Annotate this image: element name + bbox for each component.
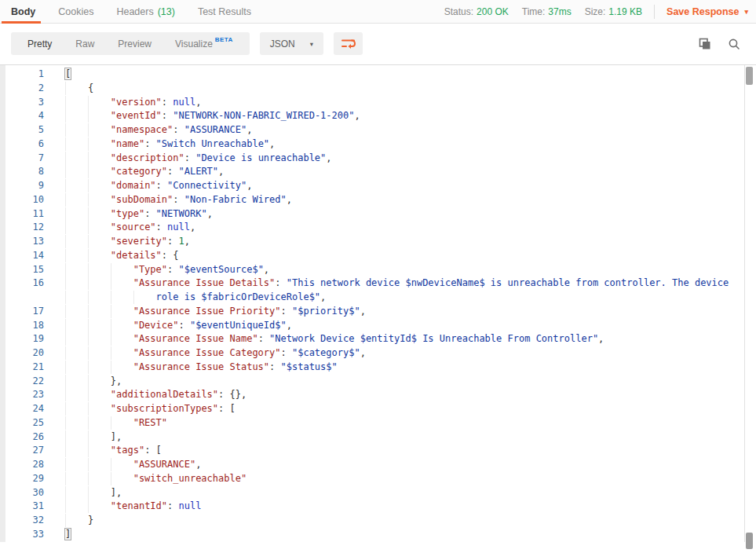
- code-text: "Assurance Issue Status": "$status$": [54, 361, 338, 375]
- tab-cookies[interactable]: Cookies: [58, 0, 93, 23]
- view-pretty-label: Pretty: [27, 38, 52, 49]
- indent-guide: [111, 291, 133, 304]
- code-line[interactable]: 10"subDomain": "Non-Fabric Wired",: [5, 193, 743, 207]
- code-line[interactable]: 7"description": "Device is unreachable",: [5, 152, 743, 166]
- indent-guide: [88, 500, 111, 513]
- line-number: 24: [5, 402, 54, 416]
- code-line[interactable]: 8"category": "ALERT",: [5, 165, 743, 179]
- code-text: ],: [54, 430, 122, 445]
- toolbar-right-icons: [699, 38, 743, 50]
- line-number: 15: [5, 263, 54, 277]
- code-line[interactable]: 29"switch_unreachable": [5, 472, 743, 486]
- indent-guide: [65, 472, 88, 485]
- indent-guide: [133, 291, 156, 304]
- status-pair: Status: 200 OK: [444, 6, 509, 17]
- code-line[interactable]: 33]: [5, 528, 743, 542]
- code-line[interactable]: 32}: [5, 514, 743, 528]
- language-dropdown-value: JSON: [270, 38, 295, 49]
- line-number: 32: [5, 514, 54, 528]
- wrap-lines-icon: [340, 36, 356, 51]
- code-line[interactable]: 9"domain": "Connectivity",: [5, 179, 743, 193]
- view-pretty-button[interactable]: Pretty: [16, 32, 64, 55]
- view-mode-segmented-control: Pretty Raw Preview Visualize BETA: [11, 32, 250, 55]
- code-line[interactable]: 4"eventId": "NETWORK-NON-FABRIC_WIRED-1-…: [5, 109, 743, 123]
- code-line[interactable]: 16"Assurance Issue Details": "This netwo…: [5, 276, 743, 291]
- code-line[interactable]: 18"Device": "$eventUniqueId$",: [5, 319, 743, 333]
- code-line[interactable]: 28"ASSURANCE",: [5, 458, 743, 472]
- indent-guide: [65, 96, 88, 109]
- code-text: "version": null,: [54, 96, 201, 110]
- indent-guide: [111, 276, 133, 290]
- save-response-button[interactable]: Save Response ▾: [667, 6, 748, 17]
- code-line[interactable]: 13"severity": 1,: [5, 235, 743, 249]
- code-line[interactable]: 21"Assurance Issue Status": "$status$": [5, 361, 743, 375]
- indent-guide: [111, 263, 133, 276]
- code-line[interactable]: 30],: [5, 486, 743, 500]
- code-line[interactable]: 26],: [5, 430, 743, 445]
- code-text: "name": "Switch Unreachable",: [54, 137, 275, 152]
- code-line[interactable]: 1[: [5, 68, 743, 82]
- indent-guide: [65, 458, 88, 471]
- indent-guide: [88, 375, 111, 388]
- code-line[interactable]: 6"name": "Switch Unreachable",: [5, 137, 743, 152]
- indent-guide: [88, 193, 111, 207]
- code-line[interactable]: 5"namespace": "ASSURANCE",: [5, 123, 743, 137]
- caret-down-icon: ▾: [744, 8, 748, 16]
- tab-test-results[interactable]: Test Results: [198, 0, 251, 23]
- line-number: 11: [5, 207, 54, 222]
- code-line[interactable]: 20"Assurance Issue Category": "$category…: [5, 346, 743, 361]
- response-meta: Status: 200 OK Time: 37ms Size: 1.19 KB …: [431, 5, 748, 19]
- tab-headers[interactable]: Headers (13): [116, 0, 174, 23]
- code-line[interactable]: 2{: [5, 82, 743, 96]
- copy-button[interactable]: [699, 38, 711, 50]
- indent-guide: [88, 319, 111, 332]
- code-line[interactable]: 22},: [5, 375, 743, 389]
- indent-guide: [88, 458, 111, 471]
- code-line[interactable]: 31"tenantId": null: [5, 500, 743, 514]
- code-text: "subscriptionTypes": [: [54, 402, 236, 416]
- indent-guide: [65, 332, 88, 346]
- code-text: "Device": "$eventUniqueId$",: [54, 319, 292, 333]
- outer-scrollbar-thumb[interactable]: [746, 533, 753, 549]
- response-body-editor[interactable]: 1[2{3"version": null,4"eventId": "NETWOR…: [0, 64, 756, 542]
- code-line[interactable]: 25"REST": [5, 416, 743, 430]
- code-line[interactable]: 15"Type": "$eventSource$",: [5, 263, 743, 277]
- search-button[interactable]: [728, 38, 740, 50]
- language-dropdown[interactable]: JSON ▾: [260, 32, 323, 55]
- code-text: "Assurance Issue Priority": "$priority$"…: [54, 305, 366, 319]
- view-raw-button[interactable]: Raw: [64, 32, 106, 55]
- code-line[interactable]: 3"version": null,: [5, 96, 743, 110]
- code-line[interactable]: 23"additionalDetails": {},: [5, 388, 743, 402]
- line-number: 1: [5, 68, 54, 82]
- indent-guide: [65, 123, 88, 137]
- code-line[interactable]: role is $fabricOrDeviceRole$",: [5, 291, 743, 305]
- size-pair: Size: 1.19 KB: [585, 6, 642, 17]
- view-visualize-button[interactable]: Visualize BETA: [163, 32, 245, 55]
- line-number: 7: [5, 152, 54, 166]
- line-number: 29: [5, 472, 54, 486]
- line-number: 33: [5, 528, 54, 542]
- code-line[interactable]: 27"tags": [: [5, 444, 743, 458]
- body-view-toolbar: Pretty Raw Preview Visualize BETA JSON ▾: [0, 24, 756, 64]
- code-text: "details": {: [54, 249, 179, 263]
- indent-guide: [88, 96, 111, 109]
- line-number: 21: [5, 361, 54, 375]
- indent-guide: [88, 276, 111, 290]
- code-text: }: [54, 514, 93, 528]
- line-number: 31: [5, 500, 54, 514]
- wrap-lines-button[interactable]: [334, 32, 363, 55]
- tab-body[interactable]: Body: [11, 0, 35, 23]
- code-line[interactable]: 12"source": null,: [5, 221, 743, 235]
- vertical-scrollbar-thumb[interactable]: [746, 67, 753, 85]
- indent-guide: [65, 165, 88, 178]
- indent-guide: [65, 276, 88, 290]
- line-number: 22: [5, 375, 54, 389]
- code-line[interactable]: 17"Assurance Issue Priority": "$priority…: [5, 305, 743, 319]
- code-line[interactable]: 11"type": "NETWORK",: [5, 207, 743, 222]
- code-text: "type": "NETWORK",: [54, 207, 213, 222]
- code-text: "ASSURANCE",: [54, 458, 201, 472]
- code-line[interactable]: 19"Assurance Issue Name": "Network Devic…: [5, 332, 743, 346]
- view-preview-button[interactable]: Preview: [106, 32, 163, 55]
- code-line[interactable]: 24"subscriptionTypes": [: [5, 402, 743, 416]
- code-line[interactable]: 14"details": {: [5, 249, 743, 263]
